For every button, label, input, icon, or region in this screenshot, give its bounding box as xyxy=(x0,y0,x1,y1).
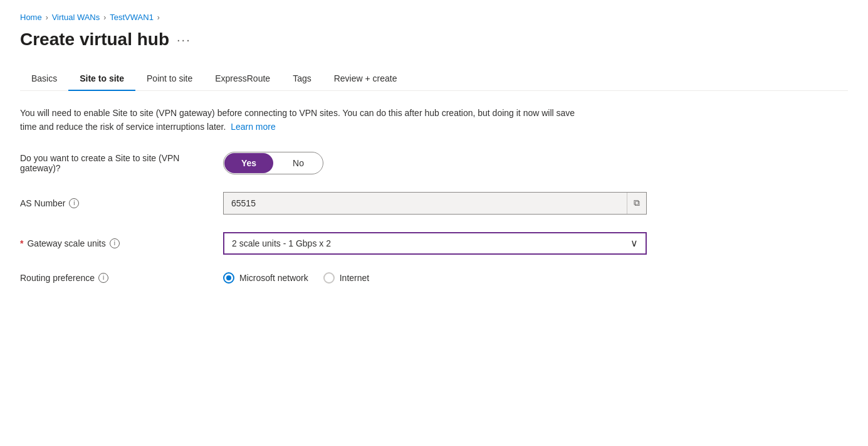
routing-preference-label-text: Routing preference xyxy=(20,273,95,283)
as-number-label: AS Number i xyxy=(20,198,208,208)
vpn-question-label: Do you want to create a Site to site (VP… xyxy=(20,153,208,173)
vpn-toggle-control: Yes No xyxy=(223,152,647,174)
gateway-scale-units-row: * Gateway scale units i 1 scale unit - 5… xyxy=(20,232,647,255)
tab-expressroute[interactable]: ExpressRoute xyxy=(204,67,281,91)
routing-preference-radio-group: Microsoft network Internet xyxy=(223,272,647,284)
breadcrumb-test-vwan1[interactable]: TestVWAN1 xyxy=(110,13,154,22)
as-number-input[interactable] xyxy=(224,194,627,212)
tab-bar: Basics Site to site Point to site Expres… xyxy=(20,67,848,91)
routing-preference-control: Microsoft network Internet xyxy=(223,272,647,284)
routing-microsoft-radio-dot xyxy=(226,275,231,280)
learn-more-link[interactable]: Learn more xyxy=(231,122,276,132)
gateway-scale-units-select-wrapper[interactable]: 1 scale unit - 500 Mbps x 22 scale units… xyxy=(223,232,647,255)
breadcrumb-sep-3: › xyxy=(157,13,160,22)
as-number-control: ⧉ xyxy=(223,192,647,215)
tab-point-to-site[interactable]: Point to site xyxy=(135,67,204,91)
vpn-toggle-group: Yes No xyxy=(223,152,323,174)
routing-preference-row: Routing preference i Microsoft network I… xyxy=(20,272,647,284)
as-number-info-icon[interactable]: i xyxy=(69,198,79,208)
gateway-scale-units-select[interactable]: 1 scale unit - 500 Mbps x 22 scale units… xyxy=(224,235,623,252)
vpn-question-row: Do you want to create a Site to site (VP… xyxy=(20,152,647,174)
tab-tags[interactable]: Tags xyxy=(281,67,323,91)
breadcrumb: Home › Virtual WANs › TestVWAN1 › xyxy=(20,13,848,22)
vpn-no-button[interactable]: No xyxy=(274,152,323,174)
routing-microsoft-label: Microsoft network xyxy=(239,273,308,283)
gateway-scale-units-info-icon[interactable]: i xyxy=(110,238,120,248)
form-section: Do you want to create a Site to site (VP… xyxy=(20,152,647,284)
as-number-row: AS Number i ⧉ xyxy=(20,192,647,215)
as-number-input-wrapper: ⧉ xyxy=(223,192,647,215)
tab-basics[interactable]: Basics xyxy=(20,67,68,91)
page-title-container: Create virtual hub ··· xyxy=(20,29,848,50)
breadcrumb-virtual-wans[interactable]: Virtual WANs xyxy=(52,13,100,22)
as-number-copy-icon[interactable]: ⧉ xyxy=(627,193,646,214)
routing-preference-label: Routing preference i xyxy=(20,273,208,283)
as-number-label-text: AS Number xyxy=(20,198,65,208)
gateway-scale-units-label-text: Gateway scale units xyxy=(27,238,105,248)
tab-site-to-site[interactable]: Site to site xyxy=(68,67,135,91)
page-title: Create virtual hub xyxy=(20,29,169,50)
routing-microsoft-radio-circle xyxy=(223,272,234,284)
required-marker: * xyxy=(20,238,23,248)
routing-internet-label: Internet xyxy=(340,273,369,283)
gateway-scale-units-control: 1 scale unit - 500 Mbps x 22 scale units… xyxy=(223,232,647,255)
description-body: You will need to enable Site to site (VP… xyxy=(20,108,575,132)
breadcrumb-sep-1: › xyxy=(46,13,48,22)
tab-review-create[interactable]: Review + create xyxy=(323,67,409,91)
routing-microsoft-option[interactable]: Microsoft network xyxy=(223,272,308,284)
vpn-question-label-text: Do you want to create a Site to site (VP… xyxy=(20,153,208,173)
routing-preference-info-icon[interactable]: i xyxy=(98,273,108,283)
more-options-button[interactable]: ··· xyxy=(177,33,191,47)
gateway-scale-units-label: * Gateway scale units i xyxy=(20,238,208,248)
routing-internet-option[interactable]: Internet xyxy=(323,272,369,284)
breadcrumb-home[interactable]: Home xyxy=(20,13,42,22)
breadcrumb-sep-2: › xyxy=(103,13,106,22)
routing-internet-radio-circle xyxy=(323,272,335,284)
description-text: You will need to enable Site to site (VP… xyxy=(20,106,584,134)
gateway-scale-units-chevron-icon: ∨ xyxy=(623,237,646,249)
vpn-yes-button[interactable]: Yes xyxy=(224,153,273,173)
